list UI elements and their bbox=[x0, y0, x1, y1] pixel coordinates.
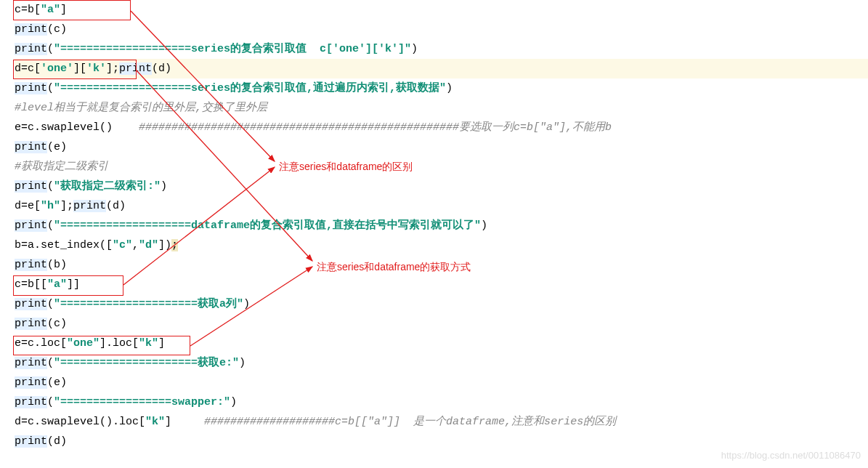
code-text: c=b[ bbox=[15, 4, 41, 16]
code-line: print("=====================获取e:") bbox=[15, 353, 868, 373]
code-text: (d) bbox=[106, 200, 126, 212]
string-literal: "one" bbox=[67, 337, 100, 350]
string-literal: 'k' bbox=[86, 62, 106, 75]
code-line: #获取指定二级索引 bbox=[15, 157, 868, 177]
code-text: (b) bbox=[47, 259, 67, 271]
string-literal: "k" bbox=[145, 416, 165, 428]
comment: #level相当于就是复合索引的里外层,交换了里外层 bbox=[15, 102, 267, 114]
code-text: ( bbox=[47, 357, 54, 369]
builtin-print: print bbox=[15, 298, 47, 310]
code-text: ]] bbox=[67, 278, 80, 291]
code-text: d=c[ bbox=[15, 62, 41, 75]
code-line: print("====================series的复合索引取值… bbox=[15, 39, 868, 59]
code-text: (e) bbox=[47, 141, 67, 153]
code-text: e=c.swaplevel() bbox=[15, 121, 139, 134]
code-text: ( bbox=[47, 82, 54, 94]
code-text: ]; bbox=[106, 62, 119, 75]
code-line: print("=====================获取a列") bbox=[15, 294, 868, 314]
builtin-print: print bbox=[15, 318, 47, 330]
code-text: ( bbox=[47, 180, 54, 193]
code-text: ) bbox=[230, 396, 237, 408]
string-literal: "d" bbox=[139, 239, 158, 251]
code-line-highlighted: d=c['one']['k'];print(d) bbox=[15, 59, 868, 78]
string-literal: "=================swapper:" bbox=[54, 396, 230, 408]
code-line: print("获取指定二级索引:") bbox=[15, 177, 868, 196]
code-text: ) bbox=[243, 298, 250, 310]
code-line: print(e) bbox=[15, 373, 868, 392]
string-literal: "a" bbox=[47, 278, 67, 291]
string-literal: "k" bbox=[139, 337, 158, 350]
builtin-print: print bbox=[73, 200, 106, 212]
string-literal: 'one' bbox=[41, 62, 73, 75]
code-text: b=a.set_index([ bbox=[15, 239, 113, 251]
code-line: e=c.swaplevel() ########################… bbox=[15, 118, 868, 137]
code-text: ) bbox=[239, 357, 246, 369]
code-text: d=c.swaplevel().loc[ bbox=[15, 416, 145, 428]
string-literal: "=====================获取a列" bbox=[54, 298, 243, 310]
code-text: (d) bbox=[47, 435, 67, 448]
builtin-print: print bbox=[15, 82, 47, 94]
code-line: b=a.set_index(["c","d"]); bbox=[15, 235, 868, 255]
code-line: #level相当于就是复合索引的里外层,交换了里外层 bbox=[15, 98, 868, 118]
code-text: (e) bbox=[47, 376, 67, 389]
comment: ####################c=b[["a"]] 是一个datafr… bbox=[204, 416, 616, 428]
code-text: ] bbox=[60, 4, 67, 16]
code-text: d=e[ bbox=[15, 200, 41, 212]
string-literal: "h" bbox=[41, 200, 60, 212]
builtin-print: print bbox=[15, 357, 47, 369]
code-text: ].loc[ bbox=[100, 337, 139, 350]
code-line: print(c) bbox=[15, 314, 868, 334]
annotation-text-2: 注意series和dataframe的获取方式 bbox=[317, 257, 471, 277]
code-line: print("=================swapper:") bbox=[15, 392, 868, 412]
code-text: ]; bbox=[60, 200, 73, 212]
builtin-print: print bbox=[15, 396, 47, 408]
string-literal: "=====================获取e:" bbox=[54, 357, 239, 369]
code-text: e=c.loc[ bbox=[15, 337, 67, 350]
code-text: ) bbox=[446, 82, 453, 94]
builtin-print: print bbox=[15, 43, 47, 55]
builtin-print: print bbox=[119, 62, 152, 75]
code-text: (d) bbox=[152, 62, 171, 75]
string-literal: "====================series的复合索引取值 c['on… bbox=[54, 43, 411, 55]
watermark: https://blog.csdn.net/0011086470 bbox=[721, 445, 861, 465]
code-text: (c) bbox=[47, 318, 67, 330]
code-text: ] bbox=[158, 337, 165, 350]
string-literal: "获取指定二级索引:" bbox=[54, 180, 161, 193]
code-line: print("====================dataframe的复合索… bbox=[15, 216, 868, 235]
code-text: ( bbox=[47, 396, 54, 408]
code-text: ( bbox=[47, 43, 54, 55]
code-text: ][ bbox=[73, 62, 86, 75]
code-line: d=e["h"];print(d) bbox=[15, 196, 868, 216]
builtin-print: print bbox=[15, 180, 47, 193]
code-text: , bbox=[132, 239, 139, 251]
code-editor: c=b["a"] print(c) print("===============… bbox=[0, 0, 868, 451]
code-text: ( bbox=[47, 219, 54, 232]
code-line: print(c) bbox=[15, 20, 868, 39]
string-literal: "a" bbox=[41, 4, 60, 16]
builtin-print: print bbox=[15, 23, 47, 36]
code-line: c=b[["a"]] bbox=[15, 275, 868, 294]
code-line: d=c.swaplevel().loc["k"] ###############… bbox=[15, 412, 868, 432]
comment: #获取指定二级索引 bbox=[15, 161, 108, 173]
builtin-print: print bbox=[15, 259, 47, 271]
code-text: ; bbox=[171, 239, 178, 251]
string-literal: "====================dataframe的复合索引取值,直接… bbox=[54, 219, 481, 232]
code-text: ]) bbox=[158, 239, 171, 251]
annotation-text-1: 注意series和dataframe的区别 bbox=[279, 157, 413, 177]
builtin-print: print bbox=[15, 141, 47, 153]
code-text: (c) bbox=[47, 23, 67, 36]
string-literal: "====================series的复合索引取值,通过遍历内… bbox=[54, 82, 446, 94]
string-literal: "c" bbox=[113, 239, 132, 251]
code-text: ] bbox=[165, 416, 204, 428]
code-text: ) bbox=[411, 43, 418, 55]
code-text: ( bbox=[47, 298, 54, 310]
builtin-print: print bbox=[15, 435, 47, 448]
builtin-print: print bbox=[15, 219, 47, 232]
code-line: print(e) bbox=[15, 137, 868, 157]
code-text: c=b[[ bbox=[15, 278, 47, 291]
code-line: print("====================series的复合索引取值… bbox=[15, 78, 868, 98]
code-line: e=c.loc["one"].loc["k"] bbox=[15, 334, 868, 353]
code-line: c=b["a"] bbox=[15, 0, 868, 20]
code-text: ) bbox=[161, 180, 167, 193]
builtin-print: print bbox=[15, 376, 47, 389]
